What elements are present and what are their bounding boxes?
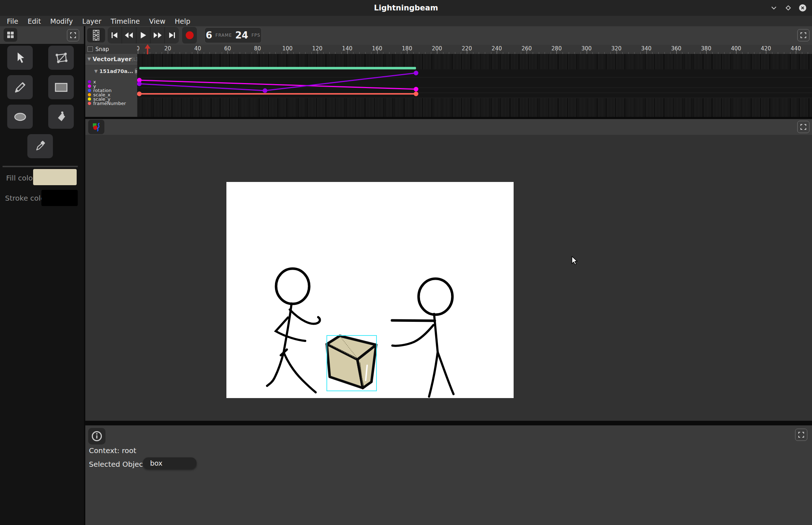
eyedropper-tool-button[interactable] bbox=[27, 134, 53, 158]
canvas-body[interactable] bbox=[85, 135, 812, 421]
timeline-body: ▼ VectorLayer [L] ▼ 151ad70a... ~ xyrota… bbox=[85, 54, 812, 117]
layer-name: VectorLayer bbox=[93, 56, 131, 63]
property-name: frameNumber bbox=[93, 101, 126, 106]
timeline-curves bbox=[137, 54, 812, 117]
menu-file[interactable]: File bbox=[2, 17, 23, 25]
shapes-icon bbox=[92, 122, 101, 132]
timeline-ruler-row: Snap 02040608010012014016018020022024026… bbox=[85, 45, 812, 54]
property-color-dot bbox=[88, 80, 91, 83]
inspector-expand-button[interactable] bbox=[795, 429, 807, 441]
menu-timeline[interactable]: Timeline bbox=[106, 17, 145, 25]
transform-tool-button[interactable] bbox=[48, 46, 74, 70]
property-color-dot bbox=[88, 89, 91, 92]
ruler-label: 340 bbox=[641, 45, 651, 52]
ruler-label: 20 bbox=[164, 45, 171, 52]
canvas-header bbox=[85, 119, 812, 135]
frame-caption: FRAME bbox=[216, 33, 232, 38]
frame-number: 6 bbox=[206, 30, 212, 41]
timeline-ruler[interactable]: 0204060801001201401601802002202402602803… bbox=[137, 45, 812, 54]
stick-figure-right bbox=[392, 279, 454, 397]
ruler-label: 380 bbox=[701, 45, 712, 52]
tools-panel-expand-button[interactable] bbox=[67, 29, 79, 41]
menu-help[interactable]: Help bbox=[170, 17, 195, 25]
menu-layer[interactable]: Layer bbox=[78, 17, 106, 25]
menu-modify[interactable]: Modify bbox=[46, 17, 78, 25]
property-row-frameNumber[interactable]: frameNumber bbox=[85, 101, 126, 106]
ruler-label: 420 bbox=[761, 45, 771, 52]
paint-bucket-tool-button[interactable] bbox=[48, 105, 74, 129]
fps-number: 24 bbox=[235, 30, 248, 41]
selected-object-value[interactable]: box bbox=[143, 457, 197, 469]
stroke-color-swatch[interactable] bbox=[41, 190, 78, 206]
layer-collapse-triangle-icon[interactable]: ▼ bbox=[87, 56, 91, 61]
film-strip-icon bbox=[92, 29, 100, 41]
panel-grid-icon[interactable] bbox=[4, 28, 17, 42]
layer-row-vectorlayer[interactable]: ▼ VectorLayer [L] bbox=[85, 54, 137, 64]
object-collapse-triangle-icon[interactable]: ▼ bbox=[94, 69, 98, 74]
playhead[interactable] bbox=[145, 44, 150, 54]
record-button[interactable] bbox=[182, 27, 197, 44]
snap-checkbox[interactable] bbox=[87, 46, 93, 52]
timeline-expand-button[interactable] bbox=[797, 29, 809, 41]
menu-view[interactable]: View bbox=[144, 17, 170, 25]
property-color-dot bbox=[88, 85, 91, 88]
timeline-tracks[interactable] bbox=[137, 54, 812, 117]
skip-to-start-button[interactable] bbox=[108, 27, 122, 44]
ruler-label: 300 bbox=[581, 45, 592, 52]
ruler-label: 120 bbox=[312, 45, 322, 52]
tools-sidebar: Fill color: Stroke color: bbox=[0, 26, 84, 525]
ruler-label: 280 bbox=[551, 45, 562, 52]
box-object bbox=[327, 335, 376, 391]
pencil-tool-button[interactable] bbox=[7, 75, 33, 99]
ruler-label: 60 bbox=[224, 45, 231, 52]
inspector-panel: Context: root Selected Object box bbox=[85, 425, 812, 525]
fast-forward-button[interactable] bbox=[150, 27, 165, 44]
object-name: 151ad70a... bbox=[99, 68, 133, 74]
ruler-label: 220 bbox=[462, 45, 472, 52]
ruler-label: 360 bbox=[671, 45, 681, 52]
rewind-button[interactable] bbox=[122, 27, 136, 44]
object-row[interactable]: ▼ 151ad70a... ~ bbox=[85, 67, 137, 76]
ruler-label: 320 bbox=[611, 45, 622, 52]
window-controls bbox=[770, 4, 807, 12]
info-button[interactable] bbox=[88, 428, 105, 444]
select-tool-button[interactable] bbox=[7, 46, 33, 70]
ellipse-icon bbox=[13, 112, 27, 122]
stick-figure-left bbox=[267, 269, 320, 392]
select-arrow-icon bbox=[15, 52, 26, 64]
sidebar-divider bbox=[3, 166, 78, 167]
ruler-label: 100 bbox=[282, 45, 293, 52]
pencil-icon bbox=[14, 81, 26, 93]
canvas-panel bbox=[85, 119, 812, 421]
ruler-label: 260 bbox=[522, 45, 532, 52]
minimize-chevron-icon[interactable] bbox=[770, 4, 778, 12]
property-color-dot bbox=[88, 97, 91, 101]
skip-to-end-button[interactable] bbox=[165, 27, 179, 44]
menu-edit[interactable]: Edit bbox=[23, 17, 46, 25]
layer-column: ▼ VectorLayer [L] ▼ 151ad70a... ~ xyrota… bbox=[85, 54, 137, 117]
selected-object-label: Selected Object bbox=[89, 460, 146, 469]
animation-stage[interactable] bbox=[226, 182, 514, 398]
transform-icon bbox=[55, 52, 68, 64]
close-icon[interactable] bbox=[798, 4, 807, 12]
film-strip-button[interactable] bbox=[87, 28, 105, 42]
eyedropper-icon bbox=[35, 141, 46, 152]
ruler-label: 440 bbox=[791, 45, 801, 52]
ruler-label: 180 bbox=[402, 45, 412, 52]
play-button[interactable] bbox=[136, 27, 151, 44]
shapes-tool-button[interactable] bbox=[88, 120, 104, 134]
playback-controls bbox=[108, 27, 179, 44]
playhead-icon bbox=[145, 44, 150, 54]
ellipse-tool-button[interactable] bbox=[7, 105, 33, 129]
ruler-label: 0 bbox=[137, 45, 140, 52]
maximize-diamond-icon[interactable] bbox=[784, 4, 793, 12]
rectangle-icon bbox=[54, 82, 68, 92]
record-icon bbox=[185, 31, 194, 40]
rectangle-tool-button[interactable] bbox=[48, 75, 74, 99]
fill-color-swatch[interactable] bbox=[33, 169, 77, 185]
context-text: Context: root bbox=[89, 446, 136, 455]
ruler-label: 400 bbox=[731, 45, 741, 52]
frame-fps-display: 6 FRAME 24 FPS bbox=[204, 27, 262, 43]
canvas-expand-button[interactable] bbox=[797, 121, 809, 133]
paint-bucket-icon bbox=[55, 111, 67, 123]
